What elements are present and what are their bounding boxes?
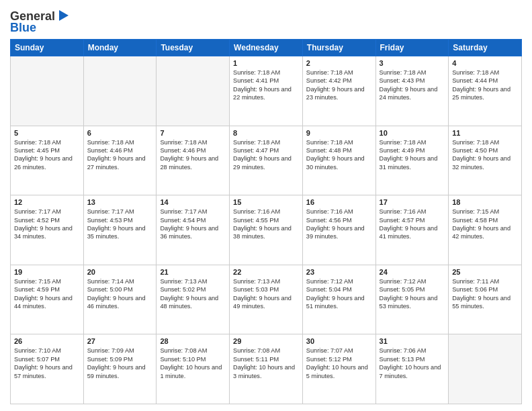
calendar-week-row: 19Sunrise: 7:15 AM Sunset: 4:59 PM Dayli…: [11, 265, 522, 334]
day-number: 31: [380, 337, 445, 345]
weekday-header-sunday: Sunday: [11, 40, 84, 56]
day-info: Sunrise: 7:17 AM Sunset: 4:54 PM Dayligh…: [160, 208, 226, 241]
calendar-cell: 6Sunrise: 7:18 AM Sunset: 4:46 PM Daylig…: [83, 126, 157, 195]
calendar-cell: 14Sunrise: 7:17 AM Sunset: 4:54 PM Dayli…: [157, 195, 230, 265]
calendar-cell: 24Sunrise: 7:12 AM Sunset: 5:05 PM Dayli…: [375, 265, 449, 334]
day-info: Sunrise: 7:14 AM Sunset: 5:00 PM Dayligh…: [87, 277, 153, 311]
day-info: Sunrise: 7:18 AM Sunset: 4:41 PM Dayligh…: [233, 68, 299, 102]
day-number: 29: [233, 337, 299, 345]
day-info: Sunrise: 7:18 AM Sunset: 4:46 PM Dayligh…: [87, 138, 153, 172]
calendar-week-row: 5Sunrise: 7:18 AM Sunset: 4:45 PM Daylig…: [11, 126, 522, 195]
day-number: 24: [380, 268, 445, 276]
day-info: Sunrise: 7:18 AM Sunset: 4:45 PM Dayligh…: [14, 138, 80, 172]
day-info: Sunrise: 7:17 AM Sunset: 4:52 PM Dayligh…: [14, 208, 80, 241]
day-info: Sunrise: 7:13 AM Sunset: 5:02 PM Dayligh…: [160, 277, 226, 311]
calendar-cell: 27Sunrise: 7:09 AM Sunset: 5:09 PM Dayli…: [83, 334, 157, 404]
calendar-table: SundayMondayTuesdayWednesdayThursdayFrid…: [10, 39, 522, 404]
calendar-cell: 7Sunrise: 7:18 AM Sunset: 4:46 PM Daylig…: [157, 126, 230, 195]
day-info: Sunrise: 7:11 AM Sunset: 5:06 PM Dayligh…: [452, 277, 518, 311]
calendar-cell: 19Sunrise: 7:15 AM Sunset: 4:59 PM Dayli…: [11, 265, 84, 334]
day-number: 27: [87, 337, 153, 345]
day-info: Sunrise: 7:18 AM Sunset: 4:48 PM Dayligh…: [306, 138, 372, 172]
day-number: 16: [306, 198, 372, 206]
calendar-cell: 9Sunrise: 7:18 AM Sunset: 4:48 PM Daylig…: [302, 126, 375, 195]
day-info: Sunrise: 7:18 AM Sunset: 4:47 PM Dayligh…: [233, 138, 299, 172]
day-number: 23: [306, 268, 372, 276]
calendar-cell: 28Sunrise: 7:08 AM Sunset: 5:10 PM Dayli…: [157, 334, 230, 404]
calendar-cell: 25Sunrise: 7:11 AM Sunset: 5:06 PM Dayli…: [449, 265, 522, 334]
day-number: 17: [380, 198, 445, 206]
day-number: 20: [87, 268, 153, 276]
calendar-cell: 11Sunrise: 7:18 AM Sunset: 4:50 PM Dayli…: [449, 126, 522, 195]
weekday-header-friday: Friday: [375, 40, 449, 56]
weekday-header-thursday: Thursday: [302, 40, 375, 56]
calendar-cell: 4Sunrise: 7:18 AM Sunset: 4:44 PM Daylig…: [449, 56, 522, 126]
day-info: Sunrise: 7:08 AM Sunset: 5:10 PM Dayligh…: [160, 347, 226, 380]
calendar-cell: 5Sunrise: 7:18 AM Sunset: 4:45 PM Daylig…: [11, 126, 84, 195]
page: General Blue SundayMondayTuesdayWednesda…: [0, 0, 532, 411]
calendar-cell: 13Sunrise: 7:17 AM Sunset: 4:53 PM Dayli…: [83, 195, 157, 265]
svg-marker-0: [59, 10, 69, 21]
calendar-cell: 29Sunrise: 7:08 AM Sunset: 5:11 PM Dayli…: [230, 334, 303, 404]
day-number: 11: [452, 129, 518, 137]
day-number: 9: [306, 129, 372, 137]
day-info: Sunrise: 7:12 AM Sunset: 5:05 PM Dayligh…: [380, 277, 445, 311]
calendar-cell: 1Sunrise: 7:18 AM Sunset: 4:41 PM Daylig…: [230, 56, 303, 126]
calendar-cell: 31Sunrise: 7:06 AM Sunset: 5:13 PM Dayli…: [375, 334, 449, 404]
day-number: 14: [160, 198, 226, 206]
day-number: 12: [14, 198, 80, 206]
day-number: 10: [380, 129, 445, 137]
day-number: 8: [233, 129, 299, 137]
day-number: 21: [160, 268, 226, 276]
day-info: Sunrise: 7:06 AM Sunset: 5:13 PM Dayligh…: [380, 347, 445, 380]
weekday-header-wednesday: Wednesday: [230, 40, 303, 56]
calendar-cell: [83, 56, 157, 126]
day-info: Sunrise: 7:18 AM Sunset: 4:49 PM Dayligh…: [380, 138, 445, 172]
day-number: 19: [14, 268, 80, 276]
day-info: Sunrise: 7:09 AM Sunset: 5:09 PM Dayligh…: [87, 347, 153, 380]
day-info: Sunrise: 7:18 AM Sunset: 4:50 PM Dayligh…: [452, 138, 518, 172]
day-info: Sunrise: 7:13 AM Sunset: 5:03 PM Dayligh…: [233, 277, 299, 311]
day-number: 3: [380, 59, 445, 67]
weekday-header-monday: Monday: [83, 40, 157, 56]
calendar-cell: 16Sunrise: 7:16 AM Sunset: 4:56 PM Dayli…: [302, 195, 375, 265]
day-info: Sunrise: 7:16 AM Sunset: 4:56 PM Dayligh…: [306, 208, 372, 241]
day-info: Sunrise: 7:10 AM Sunset: 5:07 PM Dayligh…: [14, 347, 80, 380]
weekday-header-row: SundayMondayTuesdayWednesdayThursdayFrid…: [11, 40, 522, 56]
calendar-cell: 30Sunrise: 7:07 AM Sunset: 5:12 PM Dayli…: [302, 334, 375, 404]
calendar-cell: 21Sunrise: 7:13 AM Sunset: 5:02 PM Dayli…: [157, 265, 230, 334]
day-number: 30: [306, 337, 372, 345]
day-info: Sunrise: 7:18 AM Sunset: 4:46 PM Dayligh…: [160, 138, 226, 172]
logo-icon: [56, 9, 71, 24]
calendar-cell: 8Sunrise: 7:18 AM Sunset: 4:47 PM Daylig…: [230, 126, 303, 195]
day-number: 5: [14, 129, 80, 137]
calendar-cell: 2Sunrise: 7:18 AM Sunset: 4:42 PM Daylig…: [302, 56, 375, 126]
day-info: Sunrise: 7:18 AM Sunset: 4:42 PM Dayligh…: [306, 68, 372, 102]
calendar-cell: [11, 56, 84, 126]
calendar-cell: 17Sunrise: 7:16 AM Sunset: 4:57 PM Dayli…: [375, 195, 449, 265]
calendar-cell: 20Sunrise: 7:14 AM Sunset: 5:00 PM Dayli…: [83, 265, 157, 334]
day-number: 2: [306, 59, 372, 67]
day-number: 26: [14, 337, 80, 345]
logo: General Blue: [10, 9, 71, 35]
day-info: Sunrise: 7:08 AM Sunset: 5:11 PM Dayligh…: [233, 347, 299, 380]
calendar-week-row: 1Sunrise: 7:18 AM Sunset: 4:41 PM Daylig…: [11, 56, 522, 126]
day-number: 15: [233, 198, 299, 206]
day-info: Sunrise: 7:16 AM Sunset: 4:55 PM Dayligh…: [233, 208, 299, 241]
calendar-week-row: 12Sunrise: 7:17 AM Sunset: 4:52 PM Dayli…: [11, 195, 522, 265]
calendar-cell: 10Sunrise: 7:18 AM Sunset: 4:49 PM Dayli…: [375, 126, 449, 195]
day-info: Sunrise: 7:17 AM Sunset: 4:53 PM Dayligh…: [87, 208, 153, 241]
day-number: 4: [452, 59, 518, 67]
day-number: 25: [452, 268, 518, 276]
calendar-cell: 3Sunrise: 7:18 AM Sunset: 4:43 PM Daylig…: [375, 56, 449, 126]
calendar-cell: 22Sunrise: 7:13 AM Sunset: 5:03 PM Dayli…: [230, 265, 303, 334]
day-info: Sunrise: 7:07 AM Sunset: 5:12 PM Dayligh…: [306, 347, 372, 380]
calendar-cell: 26Sunrise: 7:10 AM Sunset: 5:07 PM Dayli…: [11, 334, 84, 404]
weekday-header-saturday: Saturday: [449, 40, 522, 56]
header: General Blue: [10, 7, 522, 35]
day-info: Sunrise: 7:16 AM Sunset: 4:57 PM Dayligh…: [380, 208, 445, 241]
day-number: 1: [233, 59, 299, 67]
day-info: Sunrise: 7:12 AM Sunset: 5:04 PM Dayligh…: [306, 277, 372, 311]
calendar-cell: [449, 334, 522, 404]
day-info: Sunrise: 7:18 AM Sunset: 4:43 PM Dayligh…: [380, 68, 445, 102]
